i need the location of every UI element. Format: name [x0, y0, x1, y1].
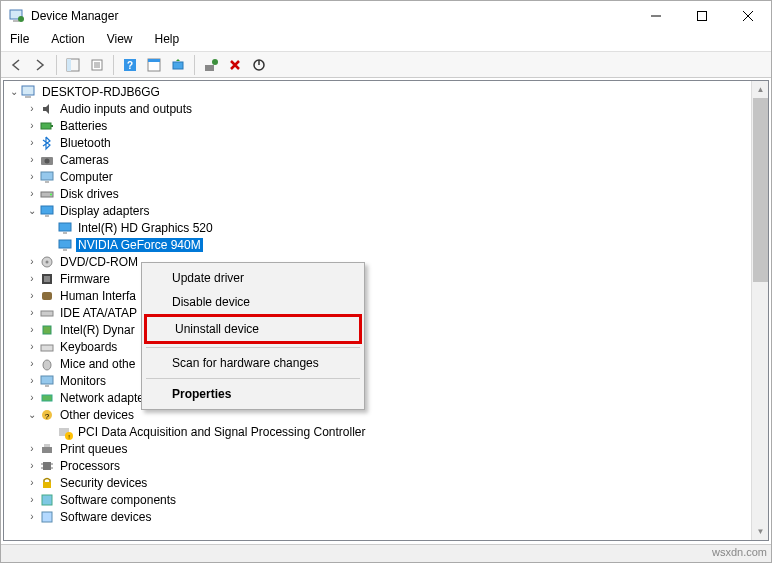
firmware-icon	[38, 271, 56, 287]
scroll-up-icon[interactable]: ▲	[753, 82, 768, 97]
collapse-icon[interactable]: ⌄	[26, 205, 38, 217]
computer-icon	[20, 84, 38, 100]
svg-rect-27	[41, 172, 53, 180]
svg-rect-41	[42, 292, 52, 300]
properties-button[interactable]	[86, 54, 108, 76]
svg-rect-33	[59, 223, 71, 231]
expand-icon[interactable]: ›	[26, 273, 38, 285]
device-tree[interactable]: ⌄ DESKTOP-RDJB6GG ›Audio inputs and outp…	[4, 81, 768, 540]
expand-icon[interactable]: ›	[26, 511, 38, 523]
chip-icon	[38, 322, 56, 338]
enable-button[interactable]	[248, 54, 270, 76]
tree-item-cameras[interactable]: ›Cameras	[4, 151, 768, 168]
tree-item-softdev[interactable]: ›Software devices	[4, 508, 768, 525]
tree-item-nvidia[interactable]: NVIDIA GeForce 940M	[4, 236, 768, 253]
properties2-button[interactable]	[143, 54, 165, 76]
back-button[interactable]	[5, 54, 27, 76]
scroll-thumb[interactable]	[753, 98, 768, 282]
tree-item-display[interactable]: ⌄Display adapters	[4, 202, 768, 219]
menu-update-driver[interactable]: Update driver	[144, 266, 362, 290]
expand-icon[interactable]: ›	[26, 103, 38, 115]
help-button[interactable]: ?	[119, 54, 141, 76]
toolbar: ?	[1, 51, 771, 78]
tree-item-intel-dyn[interactable]: ›Intel(R) Dynar	[4, 321, 768, 338]
forward-button[interactable]	[29, 54, 51, 76]
tree-item-softcomp[interactable]: ›Software components	[4, 491, 768, 508]
tree-item-monitors[interactable]: ›Monitors	[4, 372, 768, 389]
menu-file[interactable]: File	[6, 31, 33, 51]
svg-point-26	[45, 158, 50, 163]
menu-separator	[146, 347, 360, 348]
svg-point-2	[18, 16, 24, 22]
svg-rect-21	[22, 86, 34, 95]
expand-icon[interactable]: ›	[26, 171, 38, 183]
tree-item-security[interactable]: ›Security devices	[4, 474, 768, 491]
svg-rect-18	[205, 65, 214, 71]
expand-icon[interactable]: ›	[26, 307, 38, 319]
display-icon	[56, 237, 74, 253]
tree-item-batteries[interactable]: ›Batteries	[4, 117, 768, 134]
tree-item-firmware[interactable]: ›Firmware	[4, 270, 768, 287]
tree-item-keyboards[interactable]: ›Keyboards	[4, 338, 768, 355]
expand-icon[interactable]: ›	[26, 137, 38, 149]
minimize-button[interactable]	[633, 1, 679, 31]
tree-item-disk[interactable]: ›Disk drives	[4, 185, 768, 202]
menu-disable-device[interactable]: Disable device	[144, 290, 362, 314]
expand-icon[interactable]: ›	[26, 375, 38, 387]
scroll-down-icon[interactable]: ▼	[753, 524, 768, 539]
menu-properties[interactable]: Properties	[144, 382, 362, 406]
tree-item-ide[interactable]: ›IDE ATA/ATAP	[4, 304, 768, 321]
menu-uninstall-device[interactable]: Uninstall device	[144, 314, 362, 344]
tree-item-network[interactable]: ›Network adapters	[4, 389, 768, 406]
tree-item-dvd[interactable]: ›DVD/CD-ROM	[4, 253, 768, 270]
expand-icon[interactable]: ›	[26, 120, 38, 132]
uninstall-button[interactable]	[224, 54, 246, 76]
tree-item-pci[interactable]: !PCI Data Acquisition and Signal Process…	[4, 423, 768, 440]
security-icon	[38, 475, 56, 491]
expand-icon[interactable]: ›	[26, 256, 38, 268]
expand-icon[interactable]: ›	[26, 188, 38, 200]
maximize-button[interactable]	[679, 1, 725, 31]
tree-item-hid[interactable]: ›Human Interfa	[4, 287, 768, 304]
window-title: Device Manager	[31, 9, 633, 23]
tree-item-audio[interactable]: ›Audio inputs and outputs	[4, 100, 768, 117]
collapse-icon[interactable]: ⌄	[8, 86, 20, 98]
menu-scan-hardware[interactable]: Scan for hardware changes	[144, 351, 362, 375]
svg-rect-56	[43, 462, 51, 470]
tree-root[interactable]: ⌄ DESKTOP-RDJB6GG	[4, 83, 768, 100]
svg-rect-55	[44, 444, 50, 447]
expand-icon[interactable]: ›	[26, 494, 38, 506]
close-button[interactable]	[725, 1, 771, 31]
expand-icon[interactable]: ›	[26, 341, 38, 353]
tree-item-intel-hd[interactable]: Intel(R) HD Graphics 520	[4, 219, 768, 236]
expand-icon[interactable]: ›	[26, 324, 38, 336]
update-driver-button[interactable]	[167, 54, 189, 76]
svg-rect-54	[42, 447, 52, 453]
tree-item-other[interactable]: ⌄?Other devices	[4, 406, 768, 423]
menu-view[interactable]: View	[103, 31, 137, 51]
menu-help[interactable]: Help	[151, 31, 184, 51]
bluetooth-icon	[38, 135, 56, 151]
svg-text:?: ?	[45, 412, 50, 421]
expand-icon[interactable]: ›	[26, 477, 38, 489]
svg-rect-48	[42, 395, 52, 401]
tree-item-printq[interactable]: ›Print queues	[4, 440, 768, 457]
svg-rect-31	[41, 206, 53, 214]
expand-icon[interactable]: ›	[26, 460, 38, 472]
collapse-icon[interactable]: ⌄	[26, 409, 38, 421]
menu-action[interactable]: Action	[47, 31, 88, 51]
svg-rect-63	[42, 512, 52, 522]
expand-icon[interactable]: ›	[26, 290, 38, 302]
expand-icon[interactable]: ›	[26, 392, 38, 404]
scan-hardware-button[interactable]	[200, 54, 222, 76]
tree-item-computer[interactable]: ›Computer	[4, 168, 768, 185]
show-hide-tree-button[interactable]	[62, 54, 84, 76]
tree-item-bluetooth[interactable]: ›Bluetooth	[4, 134, 768, 151]
expand-icon[interactable]: ›	[26, 358, 38, 370]
tree-item-mice[interactable]: ›Mice and othe	[4, 355, 768, 372]
hid-icon	[38, 288, 56, 304]
expand-icon[interactable]: ›	[26, 154, 38, 166]
vertical-scrollbar[interactable]: ▲ ▼	[751, 81, 768, 540]
tree-item-processors[interactable]: ›Processors	[4, 457, 768, 474]
expand-icon[interactable]: ›	[26, 443, 38, 455]
